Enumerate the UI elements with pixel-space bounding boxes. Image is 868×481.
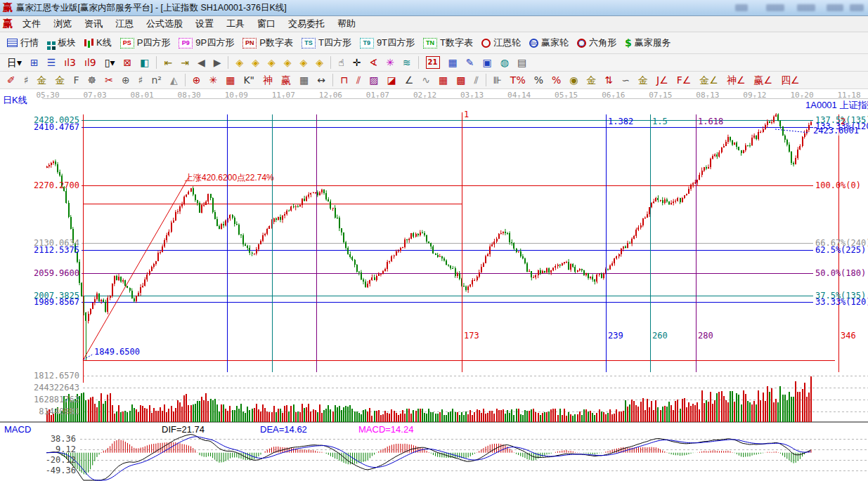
t9-square-button[interactable]: T99T四方形 <box>356 35 418 51</box>
chart-canvas[interactable] <box>0 89 868 481</box>
gold-line-button[interactable]: 金 <box>635 73 652 87</box>
save-button[interactable]: ▣ <box>479 55 495 70</box>
web-update-button[interactable]: ◍ <box>497 55 512 70</box>
menu-item-2[interactable]: 资讯 <box>78 17 109 30</box>
menu-item-9[interactable]: 帮助 <box>331 17 362 30</box>
next-bar-icon: ▶ <box>214 57 221 68</box>
fan-box-button[interactable]: ▨ <box>365 73 382 87</box>
kline-9x-button[interactable]: ıl9 <box>81 55 100 70</box>
t-square-label: T四方形 <box>318 37 351 49</box>
mirror-angle-button[interactable]: ◭ <box>167 73 181 87</box>
box-grid-button[interactable]: ▦ <box>222 73 238 87</box>
menu-item-8[interactable]: 交易委托 <box>282 17 331 30</box>
trend-line-button[interactable]: ∠ <box>401 73 417 87</box>
menu-item-7[interactable]: 窗口 <box>251 17 282 30</box>
shen-grid-icon: 神 <box>263 74 273 86</box>
box-tool-button[interactable]: ⊓ <box>337 73 351 87</box>
win-angle-button[interactable]: 赢∠ <box>750 73 776 87</box>
gold-angle-button[interactable]: 金∠ <box>696 73 722 87</box>
wave-tool-button[interactable]: ∽ <box>618 73 633 87</box>
menu-item-3[interactable]: 江恩 <box>109 17 140 30</box>
first-page-button[interactable]: ⇤ <box>160 55 176 70</box>
gann-grid-button[interactable]: ♯ <box>20 73 32 87</box>
menu-item-5[interactable]: 设置 <box>189 17 220 30</box>
notepad-button[interactable]: ✎ <box>462 55 478 70</box>
p9-square-button[interactable]: P99P四方形 <box>175 35 238 51</box>
shen-angle-button[interactable]: 神∠ <box>723 73 749 87</box>
percent-t-button[interactable]: T% <box>507 73 529 87</box>
gold-levels-button[interactable]: 金 <box>583 73 600 87</box>
percent-line-button[interactable]: % <box>548 73 564 87</box>
menu-item-0[interactable]: 文件 <box>16 17 47 30</box>
win-grid-button[interactable]: 赢 <box>278 73 294 87</box>
calculator-button[interactable]: ▦ <box>445 55 461 70</box>
kline-button[interactable]: K线 <box>81 35 115 51</box>
sectors-button[interactable]: 板块 <box>44 35 79 51</box>
angle-measure-button[interactable]: ∢ <box>365 55 381 70</box>
t-square-button[interactable]: TST四方形 <box>298 35 355 51</box>
pattern-window-button[interactable]: ⊞ <box>27 55 42 70</box>
f-angle-button[interactable]: F∠ <box>673 73 695 87</box>
zigzag-button[interactable]: ∿ <box>418 73 434 87</box>
p-number-table-button[interactable]: PNP数字表 <box>239 35 297 51</box>
n-square-button[interactable]: n² <box>148 73 165 87</box>
gold-grid-1-button[interactable]: 金 <box>34 73 51 87</box>
ruler-123-button[interactable]: ▦ <box>296 73 312 87</box>
k-count-button[interactable]: K" <box>240 73 258 87</box>
price-grid-button[interactable]: ▦ <box>435 73 451 87</box>
kline-3x-button[interactable]: ıl3 <box>60 55 79 70</box>
four-angle-button[interactable]: 四∠ <box>777 73 803 87</box>
zoom-out-h-button[interactable]: ◈ <box>264 55 279 70</box>
candle-style-dropdown-icon: 日▾ <box>7 57 22 68</box>
f-grid-button[interactable]: F <box>70 73 83 87</box>
spiral-button[interactable]: ☸ <box>84 73 101 87</box>
knife-grid-button[interactable]: ✂ <box>101 73 117 87</box>
circle-grid-button[interactable]: ⊕ <box>118 73 134 87</box>
time-grid-button[interactable]: ♯ <box>135 73 147 87</box>
color-sort-button[interactable]: ◧ <box>136 55 153 70</box>
price-grid-2-button[interactable]: ▩ <box>453 73 469 87</box>
gold-grid-2-button[interactable]: 金 <box>52 73 69 87</box>
market-quotes-button[interactable]: 行情 <box>4 35 42 51</box>
gold-circle-button[interactable]: ◉ <box>566 73 581 87</box>
print-button[interactable]: ▤ <box>514 55 530 70</box>
t-number-table-button[interactable]: TNT数字表 <box>420 35 477 51</box>
formula-editor-button[interactable]: ⊠ <box>119 55 135 70</box>
text-note-button[interactable]: ✳ <box>382 55 398 70</box>
zoom-in-h-button[interactable]: ◈ <box>280 55 295 70</box>
calendar-button[interactable]: 21 <box>422 55 443 70</box>
winner-wheel-button[interactable]: Big赢家轮 <box>526 35 572 51</box>
diag-box-button[interactable]: ◪ <box>383 73 399 87</box>
zoom-right-button[interactable]: ◈ <box>248 55 263 70</box>
mark-pen-button[interactable]: ⇅ <box>602 73 617 87</box>
draw-knife-button[interactable]: ✐ <box>4 73 19 87</box>
zoom-in-all-button[interactable]: ◈ <box>312 55 327 70</box>
single-candle-dropdown-button[interactable]: ▯▾ <box>101 55 119 70</box>
drag-hand-button[interactable]: ☝ <box>335 55 348 70</box>
menu-item-6[interactable]: 工具 <box>220 17 251 30</box>
crosshair-button[interactable]: ✛ <box>349 55 365 70</box>
candle-style-dropdown-button[interactable]: 日▾ <box>4 55 25 70</box>
circle-cross-button[interactable]: ⊕ <box>189 73 205 87</box>
doodle-button[interactable]: ≋ <box>399 55 415 70</box>
ruler-percent-button[interactable]: ⊪ <box>490 73 505 87</box>
gann-wheel-button[interactable]: 江恩轮 <box>478 35 524 51</box>
menu-item-4[interactable]: 公式选股 <box>140 17 189 30</box>
winner-service-button[interactable]: $赢家服务 <box>621 35 675 51</box>
hexagon-button[interactable]: 六角形 <box>574 35 620 51</box>
prev-bar-button[interactable]: ◀ <box>194 55 209 70</box>
star-grid-button[interactable]: ✳ <box>205 73 221 87</box>
parallel-lines-button[interactable]: ⫽ <box>470 73 481 87</box>
zoom-out-all-button[interactable]: ◈ <box>297 55 311 70</box>
p-square-button[interactable]: PSP四方形 <box>117 35 174 51</box>
shen-grid-button[interactable]: 神 <box>259 73 276 87</box>
zoom-left-button[interactable]: ◈ <box>232 55 247 70</box>
span-arrows-button[interactable]: ↔ <box>313 73 329 87</box>
menu-item-1[interactable]: 浏览 <box>47 17 78 30</box>
last-page-button[interactable]: ⇥ <box>177 55 193 70</box>
ray-fan-button[interactable]: ⫽ <box>353 73 364 87</box>
j-angle-button[interactable]: J∠ <box>653 73 672 87</box>
next-bar-button[interactable]: ▶ <box>210 55 225 70</box>
percent-button[interactable]: % <box>531 73 547 87</box>
board-list-button[interactable]: ☰ <box>44 55 60 70</box>
